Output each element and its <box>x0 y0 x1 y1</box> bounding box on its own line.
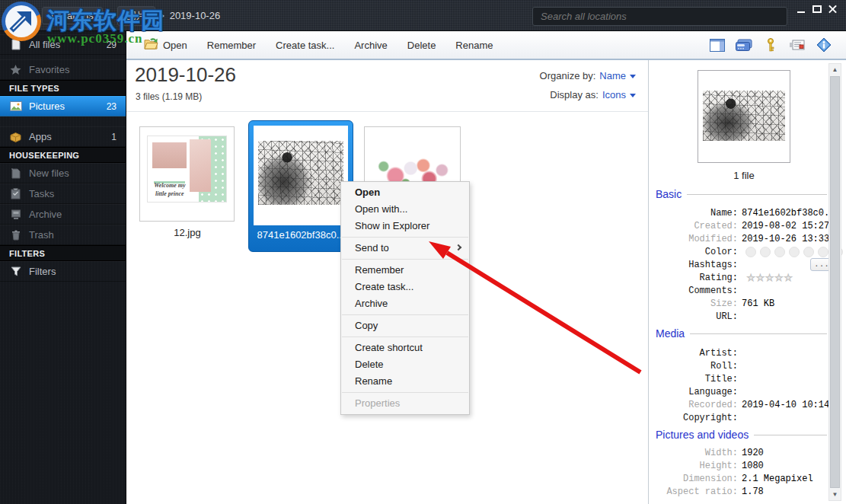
sidebar-item-count: 1 <box>111 132 117 142</box>
sidebar-item-label: Filters <box>29 266 56 277</box>
thumbnail-image <box>258 141 343 205</box>
delete-button[interactable]: Delete <box>397 35 446 56</box>
field-label: URL: <box>649 311 738 322</box>
open-folder-icon <box>144 37 158 53</box>
menu-item-archive[interactable]: Archive <box>341 295 469 312</box>
sidebar-item-label: Trash <box>29 229 54 241</box>
maximize-button[interactable] <box>810 3 824 15</box>
menu-item-create-shortcut[interactable]: Create shortcut <box>341 340 469 356</box>
menu-item-open-with[interactable]: Open with... <box>341 201 469 218</box>
key-icon[interactable] <box>762 37 779 53</box>
field-value: 1080 <box>742 461 764 471</box>
sidebar-section-file-types: FILE TYPES <box>0 80 126 96</box>
sidebar-item-all-files[interactable]: All files 29 <box>0 34 126 55</box>
open-button[interactable]: Open <box>134 33 197 57</box>
menu-item-show-in-explorer[interactable]: Show in Explorer <box>341 218 469 234</box>
field-label: Copyright: <box>649 413 738 423</box>
thumbnail-frame <box>254 126 348 225</box>
card-icon[interactable] <box>736 37 752 53</box>
file-tile-selected[interactable]: 8741e1602bf38c0... <box>248 120 353 252</box>
toolbar-button-label: Archive <box>354 40 387 51</box>
sidebar-item-pictures[interactable]: Pictures 23 <box>0 96 126 116</box>
details-scrollbar[interactable]: ▲ ▼ <box>828 63 841 501</box>
toolbar-right-icons <box>709 37 838 53</box>
menu-item-remember[interactable]: Remember <box>341 262 469 279</box>
rename-button[interactable]: Rename <box>445 35 503 56</box>
close-button[interactable] <box>826 3 840 15</box>
sidebar-item-label: All files <box>29 39 60 50</box>
breadcrumb-pictures-folder[interactable]: 图片 <box>117 6 155 26</box>
menu-item-create-task[interactable]: Create task... <box>341 279 469 295</box>
file-icon <box>9 39 22 51</box>
field-label: Roll: <box>649 361 738 372</box>
field-value: 8741e1602bf38c0... <box>742 208 841 219</box>
search-input[interactable] <box>532 7 787 26</box>
color-dot[interactable] <box>803 247 814 257</box>
message-icon[interactable] <box>789 37 806 53</box>
archive-button[interactable]: Archive <box>344 35 397 56</box>
package-icon <box>9 131 22 143</box>
app-window: Locations 图片 2019-10-26 All files 29 <box>0 0 846 504</box>
breadcrumb-locations[interactable]: Locations <box>42 7 103 24</box>
sidebar-item-apps[interactable]: Apps 1 <box>0 126 126 147</box>
new-file-icon <box>9 167 22 180</box>
drive-icon <box>9 209 22 221</box>
sidebar-item-favorites[interactable]: Favorites <box>0 59 126 80</box>
color-dot[interactable] <box>745 247 756 257</box>
sidebar-item-label: New files <box>29 167 69 179</box>
preview-image <box>703 91 785 141</box>
field-label: Created: <box>649 221 738 231</box>
sidebar-item-label: Apps <box>29 131 52 142</box>
menu-separator <box>342 314 468 315</box>
layout-panel-icon[interactable] <box>709 37 726 53</box>
minimize-button[interactable] <box>794 3 808 15</box>
menu-item-properties: Properties <box>341 395 469 412</box>
scroll-down-icon[interactable]: ▼ <box>829 489 841 500</box>
context-menu: Open Open with... Show in Explorer Send … <box>340 181 470 415</box>
remember-button[interactable]: Remember <box>197 35 266 56</box>
menu-item-rename[interactable]: Rename <box>341 373 469 390</box>
file-name-label: 8741e1602bf38c0... <box>252 229 350 241</box>
sidebar-item-archive[interactable]: Archive <box>0 204 126 225</box>
menu-separator <box>342 237 468 238</box>
create-task-button[interactable]: Create task... <box>266 35 344 56</box>
display-as-dropdown[interactable]: Icons <box>602 89 626 100</box>
field-value: 2019-10-26 13:33 <box>742 234 829 244</box>
scrollbar-thumb[interactable] <box>830 76 840 488</box>
sidebar-item-new-files[interactable]: New files <box>0 163 126 183</box>
sidebar-item-trash[interactable]: Trash <box>0 225 126 245</box>
field-label: Modified: <box>649 234 738 244</box>
page-title: 2019-10-26 <box>135 63 236 87</box>
content-header: 2019-10-26 3 files (1.19 MB) Organize by… <box>126 60 648 112</box>
field-label: Recorded: <box>649 400 738 410</box>
sidebar-item-tasks[interactable]: Tasks <box>0 183 126 204</box>
menu-separator <box>342 337 468 337</box>
organize-by-dropdown[interactable]: Name <box>599 70 626 81</box>
info-diamond-icon[interactable] <box>816 37 832 53</box>
menu-item-open[interactable]: Open <box>341 184 469 201</box>
menu-item-copy[interactable]: Copy <box>341 317 469 334</box>
color-dot[interactable] <box>760 247 771 257</box>
title-bar: Locations 图片 2019-10-26 <box>0 0 846 31</box>
scroll-up-icon[interactable]: ▲ <box>829 64 841 75</box>
menu-item-send-to[interactable]: Send to <box>341 240 469 257</box>
chevron-down-icon <box>630 75 636 78</box>
color-dot[interactable] <box>818 247 828 257</box>
star-icon <box>9 64 22 76</box>
sidebar-item-label: Archive <box>29 209 62 220</box>
section-title-media: Media <box>656 327 827 340</box>
field-label: Artist: <box>649 348 738 359</box>
toolbar-button-label: Delete <box>407 40 436 51</box>
color-dot[interactable] <box>789 247 800 257</box>
sidebar-item-filters[interactable]: Filters <box>0 261 126 282</box>
sidebar-item-label: Pictures <box>29 100 65 112</box>
thumbnail-image: Welcome my little prince <box>147 136 227 203</box>
breadcrumb-separator-icon <box>161 13 164 19</box>
sidebar-item-label: Tasks <box>29 188 54 199</box>
field-label: Name: <box>649 208 738 219</box>
menu-item-delete[interactable]: Delete <box>341 356 469 373</box>
color-dot[interactable] <box>774 247 785 257</box>
field-value: 2.1 Megapixel <box>742 474 813 484</box>
rating-stars[interactable] <box>747 271 793 284</box>
file-tile-12jpg[interactable]: Welcome my little prince <box>139 126 235 222</box>
